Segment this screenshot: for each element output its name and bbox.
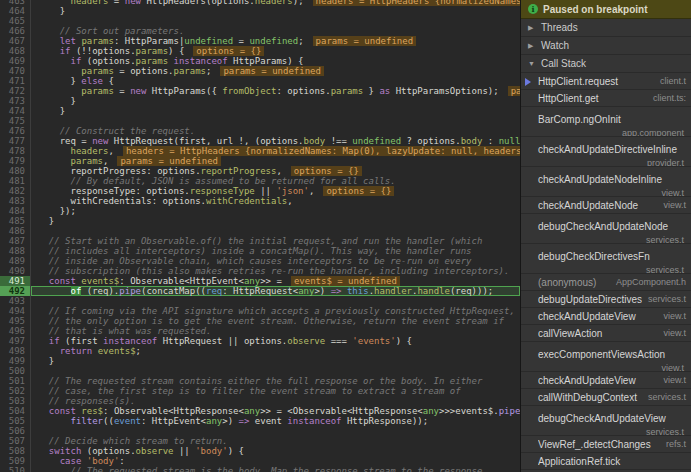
line-number[interactable]: 509: [0, 456, 31, 466]
code-line-475[interactable]: 475: [0, 116, 520, 126]
code-line-493[interactable]: 493: [0, 296, 520, 306]
line-number[interactable]: 465: [0, 16, 31, 26]
code-line-495[interactable]: 495 // the only option is to get the eve…: [0, 316, 520, 326]
line-number[interactable]: 469: [0, 56, 31, 66]
line-number[interactable]: 477: [0, 136, 31, 146]
call-stack-frame[interactable]: HttpClient.requestclient.t: [521, 73, 691, 90]
code-line-477[interactable]: 477 req = new HttpRequest(first, url !, …: [0, 136, 520, 146]
code-line-494[interactable]: 494 // If coming via the API signature w…: [0, 306, 520, 316]
line-number[interactable]: 478: [0, 146, 31, 156]
code-line-483[interactable]: 483 withCredentials: options.withCredent…: [0, 196, 520, 206]
line-number[interactable]: 499: [0, 356, 31, 366]
line-number[interactable]: 508: [0, 446, 31, 456]
call-stack-frame[interactable]: callViewActionview.t: [521, 325, 691, 342]
line-number[interactable]: 481: [0, 176, 31, 186]
code-line-504[interactable]: 504 const res$: Observable<HttpResponse<…: [0, 406, 520, 416]
line-number[interactable]: 497: [0, 336, 31, 346]
section-watch[interactable]: ▶Watch: [521, 37, 691, 55]
code-line-489[interactable]: 489 // inside an Observable chain, which…: [0, 256, 520, 266]
line-number[interactable]: 507: [0, 436, 31, 446]
code-line-506[interactable]: 506: [0, 426, 520, 436]
call-stack-frame[interactable]: checkAndUpdateDirectiveInlineprovider.t: [521, 137, 691, 167]
line-number[interactable]: 464: [0, 6, 31, 16]
code-line-466[interactable]: 466 // Sort out parameters.: [0, 26, 520, 36]
code-line-507[interactable]: 507 // Decide which stream to return.: [0, 436, 520, 446]
call-stack-frame[interactable]: checkAndUpdateNodeInlineview.t: [521, 167, 691, 197]
line-number[interactable]: 488: [0, 246, 31, 256]
section-threads[interactable]: ▶Threads: [521, 19, 691, 37]
code-line-465[interactable]: 465: [0, 16, 520, 26]
call-stack-frame[interactable]: (anonymous)AppComponent.h: [521, 274, 691, 291]
call-stack-frame[interactable]: debugCheckAndUpdateNodeservices.t: [521, 214, 691, 244]
line-number[interactable]: 504: [0, 406, 31, 416]
line-number[interactable]: 506: [0, 426, 31, 436]
code-line-480[interactable]: 480 reportProgress: options.reportProgre…: [0, 166, 520, 176]
line-number[interactable]: 479: [0, 156, 31, 166]
call-stack-frame[interactable]: checkAndUpdateViewview.t: [521, 372, 691, 389]
code-line-492[interactable]: 492 of (req).pipe(concatMap((req: HttpRe…: [0, 286, 520, 296]
code-line-487[interactable]: 487 // Start with an Observable.of() the…: [0, 236, 520, 246]
code-line-508[interactable]: 508 switch (options.observe || 'body') {: [0, 446, 520, 456]
code-line-479[interactable]: 479 params,params = undefined: [0, 156, 520, 166]
line-number[interactable]: 502: [0, 386, 31, 396]
code-line-471[interactable]: 471 } else {: [0, 76, 520, 86]
code-line-468[interactable]: 468 if (!!options.params) {options = {}: [0, 46, 520, 56]
line-number[interactable]: 471: [0, 76, 31, 86]
line-number[interactable]: 468: [0, 46, 31, 56]
line-number[interactable]: 474: [0, 106, 31, 116]
line-number[interactable]: 475: [0, 116, 31, 126]
section-call-stack[interactable]: ▼Call Stack: [521, 55, 691, 73]
code-line-498[interactable]: 498 return events$;: [0, 346, 520, 356]
code-line-482[interactable]: 482 responseType: options.responseType |…: [0, 186, 520, 196]
line-number[interactable]: 500: [0, 366, 31, 376]
code-line-484[interactable]: 484 });: [0, 206, 520, 216]
call-stack-frame[interactable]: checkAndUpdateNodeview.t: [521, 197, 691, 214]
line-number[interactable]: 494: [0, 306, 31, 316]
code-line-505[interactable]: 505 filter((event: HttpEvent<any>) => ev…: [0, 416, 520, 426]
code-line-509[interactable]: 509 case 'body':: [0, 456, 520, 466]
code-line-497[interactable]: 497 if (first instanceof HttpRequest || …: [0, 336, 520, 346]
call-stack-frame[interactable]: execComponentViewsActionview.t: [521, 342, 691, 372]
line-number[interactable]: 501: [0, 376, 31, 386]
code-line-496[interactable]: 496 // that is what was requested.: [0, 326, 520, 336]
call-stack-frame[interactable]: ViewRef_.detectChangesrefs.t: [521, 436, 691, 453]
line-number[interactable]: 489: [0, 256, 31, 266]
line-number[interactable]: 493: [0, 296, 31, 306]
call-stack-frame[interactable]: callWithDebugContextservices.t: [521, 389, 691, 406]
code-editor[interactable]: 463 headers = new HttpHeaders(options.he…: [0, 0, 520, 472]
code-line-478[interactable]: 478 headers,headers = HttpHeaders {norma…: [0, 146, 520, 156]
code-line-502[interactable]: 502 // case, the first step is to filter…: [0, 386, 520, 396]
line-number[interactable]: 472: [0, 86, 31, 96]
line-number[interactable]: 473: [0, 96, 31, 106]
code-line-490[interactable]: 490 // subscription (this also makes ret…: [0, 266, 520, 276]
code-line-474[interactable]: 474 }: [0, 106, 520, 116]
call-stack-frame[interactable]: debugCheckDirectivesFnservices.t: [521, 244, 691, 274]
code-line-501[interactable]: 501 // The requested stream contains eit…: [0, 376, 520, 386]
line-number[interactable]: 480: [0, 166, 31, 176]
line-number[interactable]: 476: [0, 126, 31, 136]
call-stack-frame[interactable]: ApplicationRef.tick: [521, 453, 691, 470]
line-number[interactable]: 482: [0, 186, 31, 196]
code-line-467[interactable]: 467 let params: HttpParams|undefined = u…: [0, 36, 520, 46]
line-number[interactable]: 485: [0, 216, 31, 226]
line-number[interactable]: 483: [0, 196, 31, 206]
line-number[interactable]: 498: [0, 346, 31, 356]
code-line-485[interactable]: 485 }: [0, 216, 520, 226]
code-line-464[interactable]: 464 }: [0, 6, 520, 16]
line-number[interactable]: 466: [0, 26, 31, 36]
line-number[interactable]: 491: [0, 276, 31, 286]
call-stack-frame[interactable]: HttpClient.getclient.ts:: [521, 90, 691, 107]
call-stack-frame[interactable]: debugCheckAndUpdateViewservices.t: [521, 406, 691, 436]
code-line-473[interactable]: 473 }: [0, 96, 520, 106]
line-number[interactable]: 510: [0, 466, 31, 472]
line-number[interactable]: 467: [0, 36, 31, 46]
line-number[interactable]: 496: [0, 326, 31, 336]
code-line-481[interactable]: 481 // By default, JSON is assumed to be…: [0, 176, 520, 186]
call-stack-frame[interactable]: debugUpdateDirectivesservices.t: [521, 291, 691, 308]
call-stack-frame[interactable]: BarComp.ngOnInitapp.component: [521, 107, 691, 137]
code-line-503[interactable]: 503 // responses(s).: [0, 396, 520, 406]
code-line-491[interactable]: 491 const events$: Observable<HttpEvent<…: [0, 276, 520, 286]
call-stack-frame[interactable]: checkAndUpdateViewview.t: [521, 308, 691, 325]
code-line-472[interactable]: 472 params = new HttpParams({ fromObject…: [0, 86, 520, 96]
code-line-500[interactable]: 500: [0, 366, 520, 376]
